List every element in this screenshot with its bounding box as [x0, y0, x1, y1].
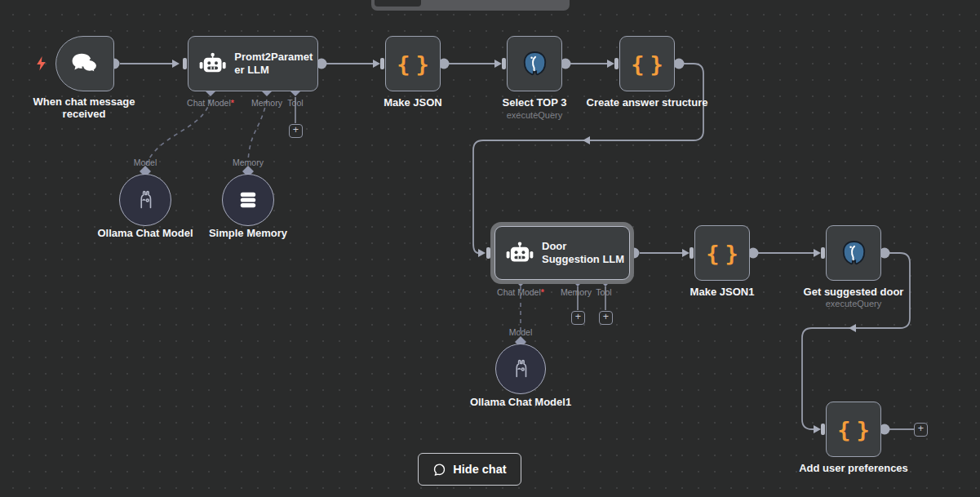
node-label-make-json1: Make JSON1 — [653, 286, 792, 298]
input-port-create-answer[interactable] — [614, 58, 619, 69]
code-braces-icon: {} — [391, 51, 435, 77]
node-promt2parameter-llm[interactable]: Promt2Parameter LLM — [188, 36, 318, 91]
connection-make-json-to-select-top3[interactable] — [449, 60, 502, 68]
port-label-tool-door: Tool — [583, 287, 624, 297]
top-panel-toggle[interactable] — [371, 0, 570, 11]
input-port-make-json1[interactable] — [690, 247, 694, 259]
hide-chat-label: Hide chat — [453, 463, 506, 476]
node-subtitle-select-top3: executeQuery — [465, 110, 604, 120]
port-label-memory-simple: Memory — [215, 158, 281, 167]
node-get-suggested-door[interactable] — [826, 225, 881, 281]
add-tool-button-door[interactable]: + — [599, 311, 613, 325]
postgres-elephant-icon — [520, 49, 550, 79]
connection-ollama-to-promt2parameter[interactable] — [146, 100, 211, 165]
port-label-tool-promt2: Tool — [275, 98, 316, 108]
node-subtitle-get-door: executeQuery — [784, 299, 923, 308]
add-next-node-button[interactable]: + — [914, 423, 928, 437]
node-add-user-preferences[interactable]: {} — [826, 402, 881, 457]
port-label-model-ollama: Model — [113, 158, 178, 167]
node-title-door-suggestion: Door Suggestion LLM — [542, 240, 627, 266]
port-label-model-ollama1: Model — [488, 327, 553, 337]
node-label-when-chat-received: When chat message received — [15, 95, 153, 120]
node-door-suggestion-llm[interactable]: Door Suggestion LLM — [494, 226, 630, 280]
database-stack-icon — [237, 189, 259, 211]
node-label-make-json: Make JSON — [344, 96, 482, 109]
input-port-promt2parameter[interactable] — [183, 58, 187, 69]
node-label-add-prefs: Add user preferences — [784, 462, 923, 474]
node-create-answer-structure[interactable]: {} — [619, 36, 675, 91]
top-panel-toggle-segment — [375, 0, 421, 7]
node-ollama-chat-model1[interactable] — [495, 344, 546, 394]
connection-make-json1-to-get-door[interactable] — [758, 249, 821, 257]
robot-icon — [506, 242, 534, 265]
add-tool-button-promt2[interactable]: + — [289, 124, 303, 138]
input-port-get-door[interactable] — [821, 247, 825, 259]
chat-bubbles-icon — [70, 51, 100, 77]
add-memory-button-door[interactable]: + — [571, 311, 585, 325]
node-label-get-door: Get suggested door — [784, 286, 923, 298]
connection-promt2parameter-to-make-json[interactable] — [326, 60, 380, 68]
workflow-canvas[interactable]: When chat message received Promt2Paramet… — [0, 0, 980, 497]
chat-bubble-outline-icon — [432, 463, 446, 477]
code-braces-icon: {} — [700, 241, 744, 266]
code-braces-icon: {} — [831, 417, 876, 442]
input-port-add-prefs[interactable] — [821, 424, 825, 435]
hide-chat-button[interactable]: Hide chat — [418, 453, 521, 486]
selection-halo-door-llm: Door Suggestion LLM — [490, 222, 634, 284]
input-port-make-json[interactable] — [380, 58, 384, 69]
node-title-promt2parameter: Promt2Parameter LLM — [234, 51, 317, 77]
node-select-top3[interactable] — [507, 36, 562, 91]
connection-simple-memory-to-promt2parameter[interactable] — [248, 100, 267, 162]
node-label-ollama1: Ollama Chat Model1 — [451, 396, 590, 408]
robot-icon — [199, 52, 226, 76]
llama-icon — [133, 188, 157, 212]
node-when-chat-message-received[interactable] — [55, 36, 114, 91]
node-label-create-answer: Create answer structure — [578, 96, 716, 109]
code-braces-icon: {} — [625, 51, 669, 77]
llama-icon — [508, 357, 533, 381]
postgres-elephant-icon — [839, 238, 869, 268]
connection-select-top3-to-create-answer[interactable] — [570, 60, 614, 68]
connection-trigger-to-promt2parameter[interactable] — [120, 60, 180, 68]
lightning-trigger-icon — [35, 56, 47, 71]
node-make-json1[interactable]: {} — [694, 225, 750, 281]
connection-door-llm-to-make-json1[interactable] — [640, 249, 690, 257]
input-port-select-top3[interactable] — [502, 58, 506, 69]
node-ollama-chat-model[interactable] — [119, 174, 171, 226]
output-port-create-answer[interactable] — [674, 59, 685, 69]
node-make-json[interactable]: {} — [385, 36, 441, 91]
node-label-simple-memory: Simple Memory — [179, 227, 317, 239]
node-simple-memory[interactable] — [222, 174, 274, 226]
